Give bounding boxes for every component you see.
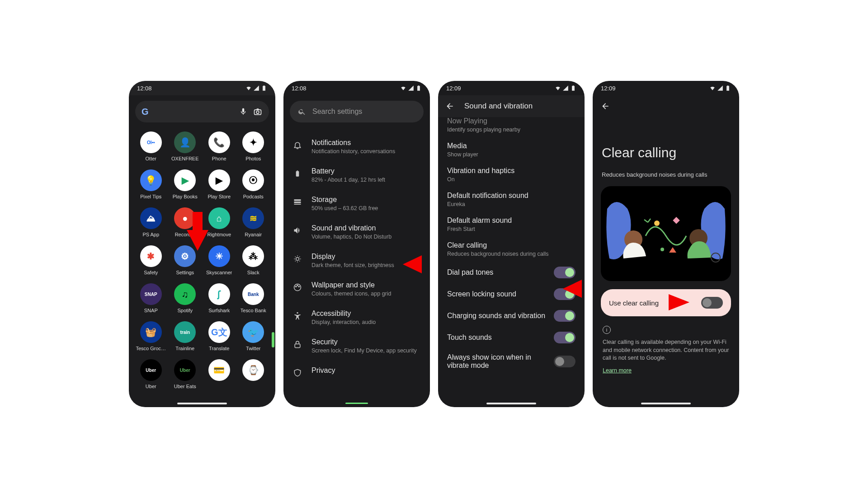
app-safety[interactable]: ✱Safety [135,245,167,275]
app-phone[interactable]: 📞Phone [203,131,235,161]
app-twitter[interactable]: 🐦Twitter [238,321,269,351]
app-unknown[interactable]: 💳 [203,359,235,389]
app-label: SNAP [144,308,158,313]
sound-item-vibration-and-haptics[interactable]: Vibration and hapticsOn [438,162,585,187]
info-icon: i [603,326,611,334]
app-icon: ⌂ [208,207,230,229]
app-label: Play Store [208,194,231,199]
settings-item-battery[interactable]: Battery82% - About 1 day, 12 hrs left [283,161,430,189]
app-label: Podcasts [243,194,264,199]
app-play-books[interactable]: ▶Play Books [170,169,201,199]
app-ryanair[interactable]: ≋Ryanair [238,207,269,237]
item-title: Wallpaper and style [311,281,421,289]
settings-item-notifications[interactable]: NotificationsNotification history, conve… [283,132,430,161]
app-label: Tesco Groc… [136,346,166,351]
app-tesco-bank[interactable]: BankTesco Bank [238,283,269,313]
app-slack[interactable]: ⁂Slack [238,245,269,275]
battery-icon [570,85,576,91]
wifi-icon [400,85,406,91]
clear-calling-toggle[interactable] [701,297,723,309]
settings-item-security[interactable]: SecurityScreen lock, Find My Device, app… [283,332,430,360]
privacy-icon [292,368,302,378]
sound-item-now-playing[interactable]: Now PlayingIdentify songs playing nearby [438,117,585,137]
lock-icon [292,339,302,349]
signal-icon [717,85,723,91]
back-icon[interactable] [445,102,454,111]
app-trainline[interactable]: trainTrainline [170,321,201,351]
toggle-touch-sounds[interactable]: Touch sounds [438,327,585,348]
item-subtitle: Identify songs playing nearby [447,127,576,133]
gesture-handle [641,403,691,404]
gesture-handle [486,403,536,404]
toggle-switch[interactable] [554,310,576,322]
wifi-icon [245,85,252,91]
app-uber-eats[interactable]: UberUber Eats [170,359,201,389]
app-icon: train [174,321,196,343]
sound-item-clear-calling[interactable]: Clear callingReduces background noises d… [438,237,585,262]
app-translate[interactable]: G文Translate [203,321,235,351]
app-unknown[interactable]: ⌚ [238,359,269,389]
learn-more-link[interactable]: Learn more [603,367,632,374]
sound-item-default-notification-sound[interactable]: Default notification soundEureka [438,187,585,212]
battery-icon [725,85,731,91]
item-title: Default notification sound [447,192,576,200]
app-surfshark[interactable]: ʃSurfshark [203,283,235,313]
sound-item-media[interactable]: MediaShow player [438,137,585,162]
google-icon: G [142,107,149,117]
app-otter[interactable]: OI••Otter [135,131,167,161]
phone-2-settings: 12:08 Search settings NotificationsNotif… [283,81,430,407]
app-label: Slack [247,270,259,275]
gesture-handle [345,403,368,404]
app-icon: ʃ [208,283,230,305]
toggle-switch[interactable] [554,267,576,278]
app-label: Skyscanner [206,270,232,275]
app-label: Photos [245,156,261,161]
item-title: Now Playing [447,117,576,125]
app-snap[interactable]: SNAPSNAP [135,283,167,313]
toggle-label: Screen locking sound [447,290,516,298]
mic-icon[interactable] [238,107,248,117]
app-icon: ♫ [174,283,196,305]
app-icon: ⁂ [242,245,264,267]
svg-rect-4 [294,199,301,201]
svg-rect-17 [673,217,680,224]
svg-rect-0 [255,110,261,115]
app-icon: 👤 [174,131,196,153]
app-icon: ⌚ [242,359,264,381]
toggle-switch[interactable] [554,356,576,367]
app-uber[interactable]: UberUber [135,359,167,389]
app-label: Play Books [173,194,198,199]
svg-point-10 [297,285,298,286]
item-subtitle: 50% used – 63.62 GB free [311,205,421,211]
svg-point-12 [297,312,298,314]
app-podcasts[interactable]: ⦿Podcasts [238,169,269,199]
toggle-switch[interactable] [554,332,576,343]
settings-item-storage[interactable]: Storage50% used – 63.62 GB free [283,189,430,218]
settings-search[interactable]: Search settings [290,101,424,122]
status-bar: 12:08 [129,81,275,95]
app-play-store[interactable]: ▶Play Store [203,169,235,199]
settings-item-wallpaper-and-style[interactable]: Wallpaper and styleColours, themed icons… [283,275,430,303]
app-oxenfree[interactable]: 👤OXENFREE [170,131,201,161]
app-label: Uber [146,384,156,389]
settings-item-accessibility[interactable]: AccessibilityDisplay, interaction, audio [283,303,430,332]
settings-item-privacy[interactable]: Privacy [283,360,430,384]
app-spotify[interactable]: ♫Spotify [170,283,201,313]
settings-item-sound-and-vibration[interactable]: Sound and vibrationVolume, haptics, Do N… [283,218,430,246]
app-photos[interactable]: ✦Photos [238,131,269,161]
toggle-always-show-icon-when-in-vibrate-mode[interactable]: Always show icon when in vibrate mode [438,348,585,375]
signal-icon [253,85,259,91]
google-search-bar[interactable]: G [135,101,269,122]
app-label: Settings [176,270,194,275]
toggle-charging-sounds-and-vibration[interactable]: Charging sounds and vibration [438,305,585,327]
app-tesco-groc-[interactable]: 🧺Tesco Groc… [135,321,167,351]
app-icon: Uber [140,359,162,381]
app-ps-app[interactable]: ⛰PS App [135,207,167,237]
app-pixel-tips[interactable]: 💡Pixel Tips [135,169,167,199]
back-icon[interactable] [601,102,610,111]
camera-icon[interactable] [253,107,263,117]
app-icon: ✱ [140,245,162,267]
sound-item-default-alarm-sound[interactable]: Default alarm soundFresh Start [438,212,585,237]
use-clear-calling-card[interactable]: Use clear calling [601,289,731,316]
app-icon: ⛰ [140,207,162,229]
